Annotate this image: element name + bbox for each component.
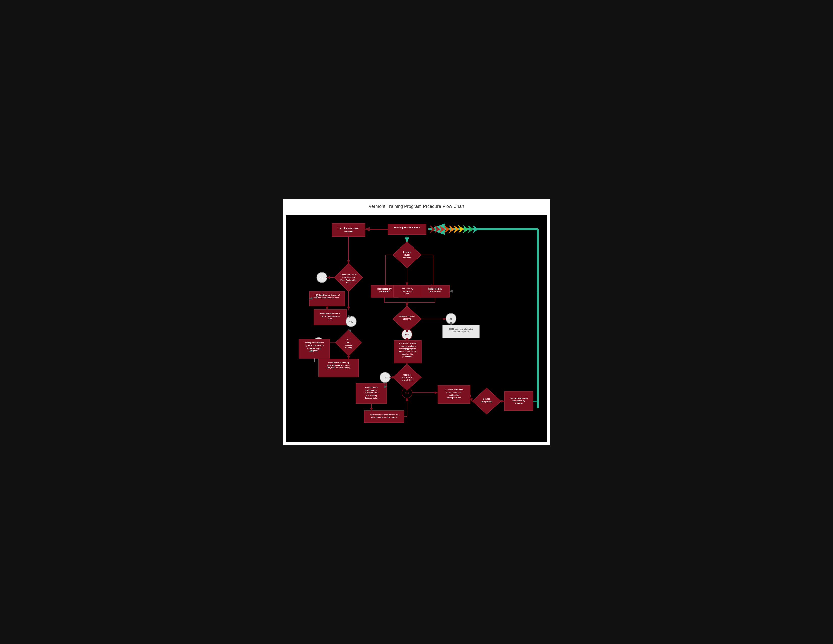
svg-text:yes: yes — [349, 320, 353, 323]
svg-text:prequistes: prequistes — [402, 376, 412, 379]
svg-text:Out of State Request form: Out of State Request form — [315, 296, 339, 299]
svg-text:Paricipant sends HSTC: Paricipant sends HSTC — [320, 312, 341, 315]
svg-text:yes: yes — [405, 333, 408, 336]
svg-text:yes: yes — [405, 392, 408, 394]
svg-text:participant forms are: participant forms are — [399, 350, 416, 352]
svg-text:In-state: In-state — [403, 251, 411, 254]
svg-text:completion: completion — [481, 400, 492, 403]
page: Vermont Training Program Prcedure Flow C… — [278, 194, 555, 450]
svg-text:participant of: participant of — [365, 389, 377, 391]
svg-text:said Training Provider (i.e: said Training Provider (i.e — [327, 364, 350, 367]
svg-text:documentation: documentation — [365, 397, 378, 399]
svg-text:notification: notification — [449, 394, 459, 396]
svg-text:Out of State Request: Out of State Request — [321, 315, 340, 317]
svg-text:preregistration: preregistration — [365, 391, 378, 394]
svg-text:HSTC sends training: HSTC sends training — [444, 389, 463, 391]
svg-text:participants and: participants and — [447, 396, 461, 399]
svg-text:completed by: completed by — [402, 353, 413, 355]
svg-text:participants: participants — [402, 356, 412, 357]
svg-text:completed: completed — [402, 379, 412, 382]
svg-text:may: may — [347, 341, 351, 343]
svg-text:no: no — [321, 276, 323, 279]
svg-text:State Request: State Request — [342, 276, 355, 278]
svg-text:Requested by: Requested by — [377, 288, 391, 290]
svg-text:denied training: denied training — [307, 347, 321, 349]
svg-text:Training Responsibilies: Training Responsibilies — [394, 226, 421, 229]
svg-text:Participant sends HSTC course: Participant sends HSTC course — [370, 414, 398, 416]
svg-text:training: training — [345, 346, 352, 349]
svg-text:materials to site;: materials to site; — [446, 391, 462, 393]
svg-text:HSTC notifies: HSTC notifies — [365, 386, 377, 388]
svg-text:approval: approval — [403, 318, 412, 320]
flow-area: Out of State Course Request Training Res… — [286, 215, 547, 442]
svg-text:EMI, CDP or other states).: EMI, CDP or other states). — [327, 367, 350, 369]
svg-text:HSTC: HSTC — [346, 281, 351, 283]
svg-text:Paricipant is notified by: Paricipant is notified by — [328, 362, 350, 364]
svg-text:HSTC notifies participant of: HSTC notifies participant of — [315, 294, 339, 296]
svg-text:course: course — [404, 254, 410, 256]
svg-text:HSTC: HSTC — [346, 339, 351, 341]
svg-text:Form Recieved by: Form Recieved by — [340, 279, 357, 281]
svg-rect-4 — [388, 224, 426, 235]
svg-text:Request: Request — [344, 230, 353, 233]
svg-text:Instructor: Instructor — [380, 290, 389, 293]
svg-text:no: no — [384, 376, 386, 379]
svg-text:HSTC gets more infomation: HSTC gets more infomation — [449, 328, 473, 330]
chart-container: Vermont Training Program Prcedure Flow C… — [283, 199, 550, 445]
svg-text:request: request — [403, 256, 411, 259]
svg-text:opened; appropriate: opened; appropriate — [399, 348, 416, 350]
svg-text:Requested by: Requested by — [428, 288, 442, 290]
svg-text:DEMHS course: DEMHS course — [399, 315, 415, 318]
svg-text:prerequisties documentation: prerequisties documentation — [371, 416, 397, 419]
svg-text:Students: Students — [515, 402, 523, 404]
svg-line-58 — [470, 394, 472, 401]
svg-text:Completed Out of: Completed Out of — [341, 274, 357, 276]
svg-text:Local: Local — [405, 293, 410, 295]
svg-text:Completed by: Completed by — [512, 399, 525, 402]
svg-text:Out of State Course: Out of State Course — [338, 227, 359, 230]
svg-text:Course: Course — [483, 398, 490, 400]
svg-text:Outreach to: Outreach to — [402, 290, 412, 293]
svg-text:and missing: and missing — [366, 394, 377, 396]
svg-text:approve: approve — [345, 344, 352, 346]
svg-text:by HSTC via email of: by HSTC via email of — [305, 345, 324, 347]
chart-title: Vermont Training Program Prcedure Flow C… — [286, 202, 547, 213]
svg-text:Course Evaluations: Course Evaluations — [510, 397, 527, 399]
svg-text:no: no — [450, 317, 452, 320]
svg-text:DEMHS atverties and: DEMHS atverties and — [399, 343, 416, 344]
svg-text:Course: Course — [404, 374, 411, 376]
svg-text:Participant is notified: Participant is notified — [305, 342, 324, 344]
svg-text:request.: request. — [310, 349, 318, 352]
svg-text:from said requestor.: from said requestor. — [453, 330, 469, 333]
svg-text:form.: form. — [328, 318, 333, 320]
svg-text:Jurisdiction: Jurisdiction — [429, 290, 441, 293]
svg-text:Requested by: Requested by — [401, 288, 413, 290]
svg-text:course registration is: course registration is — [398, 345, 416, 347]
